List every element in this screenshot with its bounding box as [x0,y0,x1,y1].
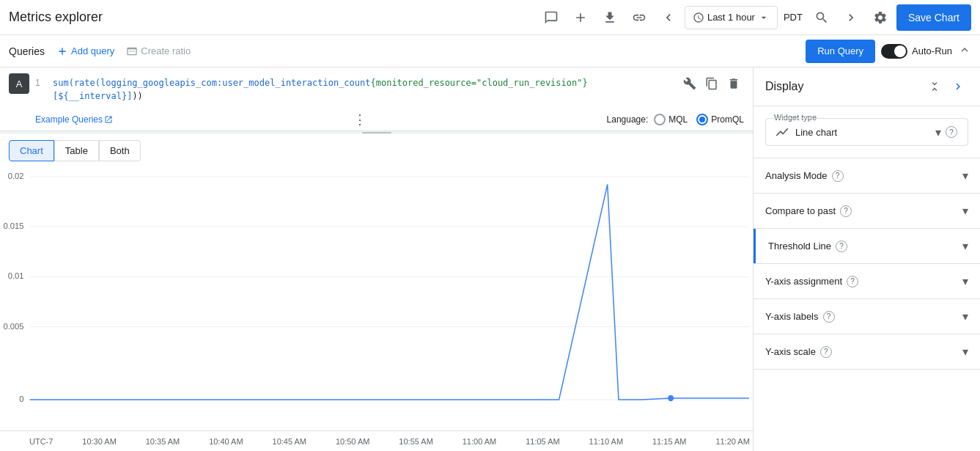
accordion-threshold-line-label: Threshold Line [768,241,831,252]
create-ratio-label: Create ratio [141,45,191,56]
accordion-y-axis-scale-header[interactable]: Y-axis scale ? ▾ [754,334,980,369]
chart-svg: 0.02 0.015 0.01 0.005 0 [0,161,753,430]
radio-mql[interactable]: MQL [654,114,688,125]
accordion-analysis-mode: Analysis Mode ? ▾ [754,158,980,194]
query-letter: A [9,73,29,94]
query-filter: {monitored_resource="cloud_run_revision"… [370,78,587,88]
queries-right: Run Query Auto-Run [806,40,971,63]
widget-type-select[interactable]: Line chart ▾ ? [765,118,968,146]
widget-type-inner: Line chart [775,125,837,139]
y-axis-labels-chevron: ▾ [962,309,968,323]
widget-type-help-btn[interactable]: ? [944,125,959,139]
add-query-btn[interactable]: Add query [56,45,114,57]
queries-label: Queries [9,45,45,57]
accordion-y-axis-assignment-label: Y-axis assignment [765,276,842,287]
threshold-line-chevron: ▾ [962,239,968,253]
display-expand-btn[interactable] [924,76,945,97]
save-chart-btn[interactable]: Save Chart [896,4,971,31]
radio-group: MQL PromQL [654,114,744,125]
example-queries-link[interactable]: Example Queries [35,114,113,125]
y-axis-assignment-chevron: ▾ [962,274,968,288]
editor-builder-btn[interactable] [679,73,700,94]
collapse-btn[interactable] [958,43,971,59]
y-axis-labels-help-icon: ? [823,311,835,323]
widget-type-section: Widget type Line chart ▾ ? [754,106,980,158]
x-label-1100: 11:00 AM [463,437,496,446]
mql-circle [654,114,666,125]
compare-to-past-help-icon: ? [840,205,852,217]
accordion-analysis-mode-header[interactable]: Analysis Mode ? ▾ [754,158,980,193]
svg-text:0.02: 0.02 [8,172,24,180]
x-label-1040: 10:40 AM [209,437,243,446]
accordion-list: Analysis Mode ? ▾ Compare to past ? ▾ [754,158,980,370]
y-axis-scale-chevron: ▾ [962,345,968,359]
x-label-1105: 11:05 AM [526,437,559,446]
language-label: Language: [607,114,649,125]
query-code: sum(rate(logging_googleapis_com:user_mod… [53,73,674,103]
analysis-mode-chevron: ▾ [962,169,968,183]
accordion-y-axis-labels-header[interactable]: Y-axis labels ? ▾ [754,299,980,334]
link-icon-btn[interactable] [626,4,652,31]
widget-type-chevron: ▾ [935,125,941,139]
chart-wrapper: 0.02 0.015 0.01 0.005 0 UTC-7 10:30 AM [0,161,753,451]
accordion-compare-to-past-title: Compare to past ? [765,205,852,217]
svg-text:0.005: 0.005 [4,321,24,330]
threshold-line-help-icon: ? [836,241,847,252]
display-title: Display [765,80,803,93]
y-axis-assignment-help-icon: ? [847,276,858,287]
accordion-y-axis-labels-label: Y-axis labels [765,311,819,322]
display-collapse-right-btn[interactable] [948,76,968,97]
widget-type-wrapper: Widget type Line chart ▾ ? [765,118,968,146]
editor-copy-btn[interactable] [701,73,722,94]
main-layout: A 1 sum(rate(logging_googleapis_com:user… [0,67,980,451]
radio-promql[interactable]: PromQL [696,114,744,125]
search-icon-btn[interactable] [808,4,835,31]
svg-text:0.01: 0.01 [8,271,24,280]
y-axis-scale-help-icon: ? [820,346,832,358]
accordion-y-axis-labels: Y-axis labels ? ▾ [754,299,980,334]
widget-type-value: Line chart [795,127,837,138]
x-label-1030: 10:30 AM [82,437,116,446]
mql-label: MQL [668,114,688,125]
create-ratio-btn[interactable]: Create ratio [126,45,191,57]
editor-row: A 1 sum(rate(logging_googleapis_com:user… [0,67,753,109]
tab-chart[interactable]: Chart [9,140,54,161]
x-label-1120: 11:20 AM [715,437,749,446]
accordion-threshold-line: Threshold Line ? ▾ [754,229,980,264]
accordion-y-axis-scale: Y-axis scale ? ▾ [754,334,980,370]
add-query-label: Add query [71,45,114,56]
message-icon-btn[interactable] [538,4,564,31]
view-tabs-row: Chart Table Both [0,134,753,161]
more-options-btn[interactable]: ⋮ [353,111,366,128]
add-icon-btn[interactable] [567,4,594,31]
nav-right-btn[interactable] [838,4,864,31]
editor-delete-btn[interactable] [723,73,744,94]
time-range-btn[interactable]: Last 1 hour [685,6,778,29]
promql-circle [696,114,708,125]
left-side: A 1 sum(rate(logging_googleapis_com:user… [0,67,753,451]
tab-both[interactable]: Both [99,140,141,161]
display-header-actions [924,76,968,97]
auto-run-label: Auto-Run [912,45,952,56]
line-number: 1 [35,73,47,88]
svg-text:0.015: 0.015 [4,221,24,230]
timezone-label: PDT [781,12,806,23]
accordion-y-axis-assignment-header[interactable]: Y-axis assignment ? ▾ [754,264,980,298]
tab-table[interactable]: Table [54,140,99,161]
settings-icon-btn[interactable] [867,4,894,31]
widget-type-help-icon: ? [946,126,957,138]
accordion-compare-to-past-header[interactable]: Compare to past ? ▾ [754,194,980,228]
compare-to-past-chevron: ▾ [962,204,968,218]
nav-left-btn[interactable] [655,4,682,31]
svg-point-10 [668,395,674,401]
accordion-analysis-mode-label: Analysis Mode [765,170,828,181]
accordion-y-axis-assignment: Y-axis assignment ? ▾ [754,264,980,299]
accordion-y-axis-assignment-title: Y-axis assignment ? [765,276,858,287]
x-label-1050: 10:50 AM [336,437,369,446]
accordion-y-axis-scale-label: Y-axis scale [765,346,816,357]
accordion-threshold-line-header[interactable]: Threshold Line ? ▾ [754,229,980,263]
run-query-btn[interactable]: Run Query [806,40,875,63]
download-icon-btn[interactable] [597,4,623,31]
auto-run-switch[interactable] [881,44,907,59]
x-label-1035: 10:35 AM [146,437,180,446]
